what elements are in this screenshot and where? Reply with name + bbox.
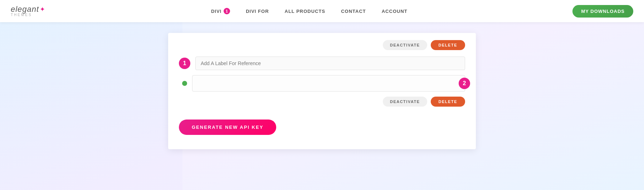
generate-row: GENERATE NEW API KEY — [179, 116, 465, 135]
active-status-dot — [182, 81, 187, 86]
api-key-row: 2 — [179, 75, 465, 92]
top-action-row: DEACTIVATE DELETE — [179, 40, 465, 50]
header: elegant ✦ themes DIVI 1 DIVI FOR ALL PRO… — [0, 0, 644, 22]
deactivate-button-top[interactable]: DEACTIVATE — [383, 40, 427, 50]
content-panel: DEACTIVATE DELETE 1 2 DEACTIVATE DELETE — [168, 33, 476, 149]
nav-item-account[interactable]: ACCOUNT — [374, 9, 415, 14]
nav-item-divi-for[interactable]: DIVI FOR — [238, 9, 277, 14]
label-input[interactable] — [195, 57, 465, 70]
delete-button-top[interactable]: DELETE — [431, 40, 465, 50]
generate-api-key-button[interactable]: GENERATE NEW API KEY — [179, 120, 276, 135]
nav-item-contact[interactable]: CONTACT — [333, 9, 374, 14]
logo-text: elegant ✦ themes — [11, 5, 46, 17]
nav-item-divi[interactable]: DIVI 1 — [203, 8, 238, 14]
divi-notification-badge: 1 — [224, 8, 230, 14]
bottom-action-row: DEACTIVATE DELETE — [179, 97, 465, 107]
page-background: DEACTIVATE DELETE 1 2 DEACTIVATE DELETE — [0, 22, 644, 190]
logo-star-icon: ✦ — [40, 6, 45, 13]
logo-themes: themes — [11, 13, 32, 17]
nav-item-all-products[interactable]: ALL PRODUCTS — [277, 9, 333, 14]
delete-button-bottom[interactable]: DELETE — [431, 97, 465, 107]
logo-elegant: elegant — [11, 5, 39, 13]
step-2-badge: 2 — [459, 78, 470, 89]
label-row: 1 — [179, 57, 465, 70]
api-key-field-wrap: 2 — [192, 75, 465, 92]
api-key-input[interactable] — [192, 75, 465, 92]
nav: DIVI 1 DIVI FOR ALL PRODUCTS CONTACT ACC… — [203, 8, 415, 14]
logo: elegant ✦ themes — [11, 5, 46, 17]
deactivate-button-bottom[interactable]: DEACTIVATE — [383, 97, 427, 107]
step-1-badge: 1 — [179, 58, 190, 69]
my-downloads-button[interactable]: MY DOWNLOADS — [572, 5, 633, 18]
